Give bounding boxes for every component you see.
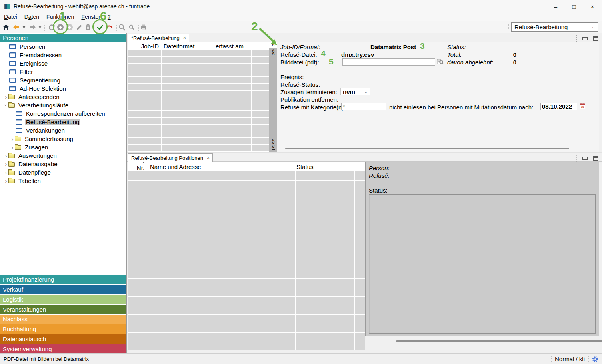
column-header-dateiformat[interactable]: Dateiformat — [161, 43, 212, 50]
context-dropdown[interactable]: Refusé-Bearbeitung ⌄ — [511, 22, 598, 32]
total-label: Total: — [447, 51, 462, 58]
sidebar-item-refuse-bearbeitung[interactable]: Refusé-Bearbeitung — [0, 118, 126, 126]
jobs-table-body — [128, 50, 269, 152]
sidebar-item-segmentierung[interactable]: Segmentierung — [0, 76, 126, 84]
horizontal-scrollbar[interactable] — [396, 340, 602, 342]
chevron-right-icon[interactable]: › — [10, 144, 15, 150]
panel-maximize-icon[interactable] — [593, 156, 598, 161]
search-icon[interactable] — [118, 23, 126, 32]
tab-refuse-bearbeitung[interactable]: *Refusé-Bearbeitung × — [128, 34, 189, 42]
sidebar-section-logistik[interactable]: Logistik — [0, 295, 126, 304]
sidebar-item-filter[interactable]: Filter — [0, 68, 126, 76]
forward-menu-icon[interactable] — [38, 23, 42, 32]
chevron-right-icon[interactable]: › — [4, 169, 8, 175]
close-button[interactable]: × — [583, 0, 602, 12]
maximize-button[interactable]: □ — [565, 0, 583, 12]
column-header-erfasst-am[interactable]: erfasst am — [212, 43, 251, 50]
app-window: Refusé-Bearbeitung - webift@asp.arenae.c… — [0, 0, 602, 364]
panel-minimize-icon[interactable] — [582, 37, 588, 40]
sidebar-section-verkauf[interactable]: Verkauf — [0, 285, 126, 294]
search-detail-icon[interactable] — [128, 23, 136, 32]
jobs-table[interactable]: Job-ID Dateiformat erfasst am — [128, 42, 269, 152]
image-file-input[interactable] — [342, 58, 435, 66]
annotation-arrow-2 — [256, 24, 284, 52]
panel-minimize-icon[interactable] — [582, 157, 588, 160]
chevron-right-icon[interactable]: › — [4, 153, 8, 159]
home-icon[interactable] — [2, 23, 10, 32]
positions-table[interactable]: ^ Nr. Name und Adresse Status — [128, 162, 365, 350]
close-tab-icon[interactable]: × — [207, 155, 210, 161]
delete-icon[interactable] — [84, 23, 92, 32]
sidebar-item-personen[interactable]: Personen — [0, 42, 126, 51]
mutation-date-input[interactable] — [540, 103, 577, 110]
folder-icon — [8, 95, 15, 99]
forward-icon[interactable] — [28, 23, 36, 32]
sidebar-item-korrespondenzen[interactable]: Korrespondenzen aufbereiten — [0, 109, 126, 118]
panel-menu-icon[interactable] — [576, 35, 577, 42]
sidebar-item-datenpflege[interactable]: ›Datenpflege — [0, 168, 126, 177]
menu-bar: Datei Daten Funktionen Fenster ? — [0, 12, 602, 21]
sidebar-item-zusagen[interactable]: ›Zusagen — [0, 143, 126, 151]
sidebar-section-systemverwaltung[interactable]: Systemverwaltung — [0, 344, 126, 354]
main-area: Personen Personen Fremdadressen Ereignis… — [0, 33, 602, 353]
sidebar-section-datenaustausch[interactable]: Datenaustausch — [0, 334, 126, 344]
edit-icon[interactable] — [75, 23, 83, 32]
back-menu-icon[interactable] — [22, 23, 26, 32]
panel-maximize-icon[interactable] — [593, 36, 598, 41]
horizontal-scrollbar[interactable] — [285, 148, 569, 149]
sidebar-section-veranstaltungen[interactable]: Veranstaltungen — [0, 305, 126, 314]
sidebar-section-projektfinanzierung[interactable]: Projektfinanzierung — [0, 275, 126, 284]
column-header-name-adresse[interactable]: Name und Adresse — [148, 162, 295, 171]
vertical-scroll-strip[interactable]: ˄ ˄˄ ˅˅ ˅ — [269, 42, 277, 152]
tab-positionen[interactable]: Refusé-Bearbeitung Positionen × — [128, 153, 213, 162]
bottom-tab-bar: Refusé-Bearbeitung Positionen × — [127, 153, 602, 162]
panel-menu-icon[interactable] — [576, 155, 577, 162]
menu-datei[interactable]: Datei — [0, 13, 21, 21]
sidebar-item-auswertungen[interactable]: ›Auswertungen — [0, 151, 126, 160]
toolbar-separator — [508, 24, 509, 30]
sidebar-item-datenausgabe[interactable]: ›Datenausgabe — [0, 160, 126, 168]
annotation-number-5: 5 — [329, 57, 334, 66]
refuse-file-label: Refusé-Datei: — [280, 51, 317, 58]
sidebar-item-verdankungen[interactable]: Verdankungen — [0, 126, 126, 135]
minimize-button[interactable]: – — [546, 0, 565, 12]
sidebar-section-nachlass[interactable]: Nachlass — [0, 315, 126, 324]
chevron-right-icon[interactable]: › — [4, 161, 8, 167]
menu-daten[interactable]: Daten — [21, 13, 43, 21]
detail-status-label: Status: — [369, 187, 388, 194]
category-input[interactable] — [341, 103, 386, 110]
person-label: Person: — [369, 165, 390, 171]
print-icon[interactable] — [140, 23, 148, 32]
sidebar-section-buchhaltung[interactable]: Buchhaltung — [0, 324, 126, 334]
close-tab-icon[interactable]: × — [183, 35, 186, 41]
sidebar-item-adhoc-selektion[interactable]: Ad-Hoc Selektion — [0, 84, 126, 93]
folder-icon — [8, 179, 15, 183]
sidebar-item-tabellen[interactable]: ›Tabellen — [0, 177, 126, 185]
status-label: Status: — [447, 44, 466, 50]
folder-icon — [8, 154, 15, 158]
scroll-end-icon[interactable]: ˅ — [272, 145, 274, 150]
back-icon[interactable] — [12, 23, 20, 32]
sidebar-item-ereignisse[interactable]: Ereignisse — [0, 59, 126, 68]
terminate-dropdown[interactable]: nein ⌄ — [340, 88, 370, 95]
column-header-job-id[interactable]: Job-ID — [128, 43, 161, 50]
chevron-right-icon[interactable]: › — [10, 136, 15, 142]
sidebar-item-sammelerfassung[interactable]: ›Sammelerfassung — [0, 135, 126, 143]
form-icon — [16, 111, 22, 116]
settings-gear-icon[interactable] — [592, 356, 598, 362]
position-detail-panel: Person: Refusé: Status: — [365, 162, 599, 336]
sidebar-item-anlassspenden[interactable]: ›Anlassspenden — [0, 93, 126, 101]
sidebar-item-fremdadressen[interactable]: Fremdadressen — [0, 51, 126, 59]
column-header-nr[interactable]: ^ Nr. — [128, 162, 148, 171]
file-lookup-icon[interactable] — [437, 59, 444, 66]
svg-text:15: 15 — [581, 105, 584, 108]
chevron-right-icon[interactable]: › — [4, 178, 8, 184]
sidebar-header-personen[interactable]: Personen — [0, 34, 126, 42]
scroll-page-down-icon[interactable]: ˅˅ — [272, 139, 274, 145]
sidebar-item-verarbeitungslaeufe[interactable]: ›Verarbeitungsläufe — [0, 101, 126, 109]
form-icon — [9, 61, 16, 66]
chevron-right-icon[interactable]: › — [4, 94, 8, 100]
column-header-status[interactable]: Status — [295, 162, 354, 171]
calendar-icon[interactable]: 15 — [579, 103, 586, 111]
form-icon — [9, 44, 16, 49]
